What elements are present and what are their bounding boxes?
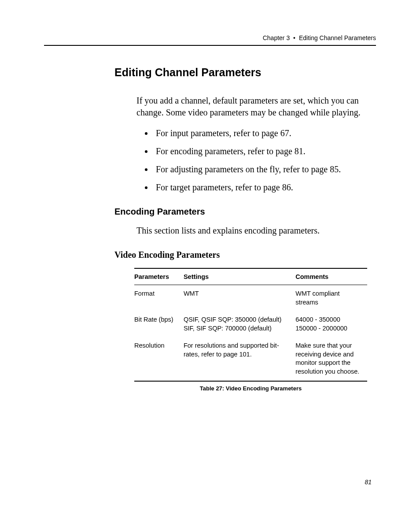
cell-settings: For resolutions and supported bit-rates,… (184, 337, 295, 381)
running-header: Chapter 3 • Editing Channel Parameters (44, 34, 376, 41)
bullet-list: For input parameters, refer to page 67. … (136, 127, 372, 193)
col-header-settings: Settings (184, 268, 295, 285)
cell-parameter: Format (134, 285, 184, 312)
cell-parameter: Bit Rate (bps) (134, 311, 184, 337)
table-header-row: Parameters Settings Comments (134, 268, 367, 285)
intro-block: If you add a channel, default parameters… (136, 95, 372, 193)
cell-comments: WMT compliant streams (295, 285, 367, 312)
table-caption: Table 27: Video Encoding Parameters (134, 385, 367, 392)
header-section: Editing Channel Parameters (299, 34, 376, 41)
list-item: For target parameters, refer to page 86. (153, 182, 372, 193)
table-row: Bit Rate (bps) QSIF, QSIF SQP: 350000 (d… (134, 311, 367, 337)
col-header-parameters: Parameters (134, 268, 184, 285)
list-item: For adjusting parameters on the fly, ref… (153, 163, 372, 175)
intro-paragraph: If you add a channel, default parameters… (136, 95, 372, 119)
table-row: Resolution For resolutions and supported… (134, 337, 367, 381)
cell-parameter: Resolution (134, 337, 184, 381)
col-header-comments: Comments (295, 268, 367, 285)
cell-comments: Make sure that your receiving device and… (295, 337, 367, 381)
page-number: 81 (365, 479, 372, 486)
header-rule (44, 45, 376, 46)
document-page: Chapter 3 • Editing Channel Parameters E… (0, 0, 420, 392)
encoding-body-block: This section lists and explains encoding… (136, 225, 372, 237)
video-encoding-table: Parameters Settings Comments Format WMT … (134, 268, 367, 382)
header-chapter: Chapter 3 (263, 34, 290, 41)
subheading-video-encoding: Video Encoding Parameters (114, 250, 376, 260)
cell-settings: WMT (184, 285, 295, 312)
list-item: For input parameters, refer to page 67. (153, 127, 372, 139)
table-container: Parameters Settings Comments Format WMT … (134, 268, 367, 392)
cell-comments: 64000 - 350000150000 - 2000000 (295, 311, 367, 337)
subheading-encoding: Encoding Parameters (114, 207, 376, 217)
cell-settings: QSIF, QSIF SQP: 350000 (default)SIF, SIF… (184, 311, 295, 337)
page-title: Editing Channel Parameters (114, 66, 376, 79)
list-item: For encoding parameters, refer to page 8… (153, 145, 372, 157)
encoding-paragraph: This section lists and explains encoding… (136, 225, 372, 237)
table-row: Format WMT WMT compliant streams (134, 285, 367, 312)
header-separator: • (293, 34, 295, 41)
